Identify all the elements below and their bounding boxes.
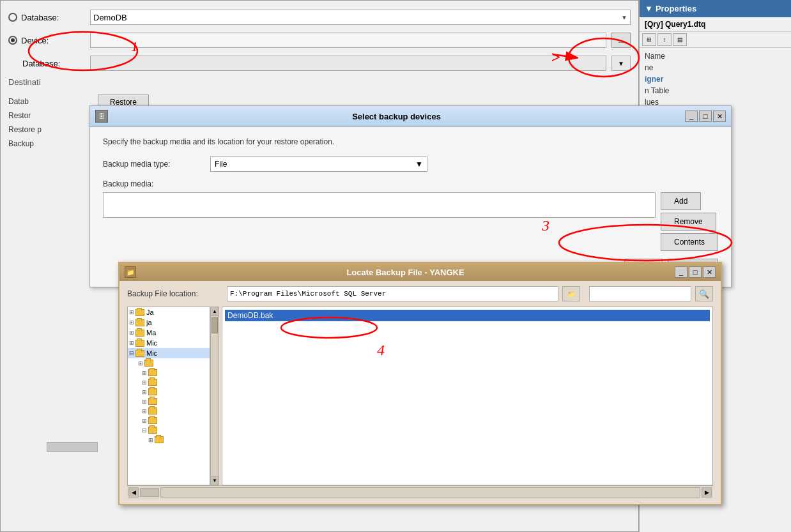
folder-icon-m: [148, 369, 157, 376]
database-label2-spacer: Database:: [8, 59, 85, 68]
tree-item-sub4[interactable]: ⊞: [128, 406, 210, 416]
dialog-icon: 🗄: [95, 110, 108, 123]
destination-label: Destinati: [1, 75, 638, 89]
device-radio-label: Device:: [8, 36, 85, 45]
tree-item-1[interactable]: ⊞: [128, 358, 210, 368]
folder-icon-sub5: [148, 417, 157, 424]
device-label: Device:: [21, 36, 49, 45]
tree-item-sub6[interactable]: ⊟: [128, 425, 210, 435]
database-label2: Database:: [8, 59, 60, 68]
browse-button[interactable]: ...: [611, 33, 631, 48]
left-panel: Datab Restor Restore p Backup: [1, 92, 90, 153]
database-radio[interactable]: [8, 13, 17, 22]
search-input[interactable]: [589, 286, 691, 301]
properties-toolbar: ⊞ ↕ ▤: [640, 32, 791, 48]
device-text-input[interactable]: [90, 33, 606, 48]
restor-item[interactable]: Restor: [3, 109, 88, 123]
tree-item-leaf[interactable]: ⊞: [128, 435, 210, 445]
file-item-demodb[interactable]: DemoDB.bak: [225, 310, 710, 321]
path-label: Backup File location:: [127, 289, 223, 298]
folder-icon-sub3: [148, 398, 157, 405]
tree-scrollbar[interactable]: ▲ ▼: [210, 307, 219, 485]
folder-icon-sub1: [148, 379, 157, 386]
dialog-backup-titlebar: 🗄 Select backup devices _ □ ✕: [90, 106, 731, 127]
database-dropdown[interactable]: DemoDB ▼: [90, 10, 631, 25]
close-button[interactable]: ✕: [713, 110, 726, 122]
tree-item-sub3[interactable]: ⊞: [128, 397, 210, 406]
restore-p-item[interactable]: Restore p: [3, 123, 88, 137]
folder-icon-mic: [135, 340, 144, 347]
sort-button[interactable]: ↕: [657, 33, 672, 46]
h-scroll-thumb[interactable]: [140, 488, 159, 497]
media-type-dropdown[interactable]: File ▼: [210, 156, 427, 172]
tree-item-mic[interactable]: ⊞ Mic: [128, 338, 210, 348]
folder-icon-sub4: [148, 407, 157, 414]
tree-item-ja[interactable]: ⊞ Ja: [128, 307, 210, 317]
add-button[interactable]: Add: [661, 192, 701, 210]
properties-item-title: [Qry] Query1.dtq: [640, 17, 791, 32]
tree-panel[interactable]: ⊞ Ja ⊞ ja ⊞ Ma ⊞: [127, 307, 210, 485]
locate-close[interactable]: ✕: [703, 266, 716, 278]
dialog-description: Specify the backup media and its locatio…: [103, 137, 718, 146]
locate-icon: 📁: [125, 266, 136, 278]
backup-item[interactable]: Backup: [3, 137, 88, 151]
maximize-button[interactable]: □: [699, 110, 712, 122]
database-chevron[interactable]: ▼: [611, 56, 631, 71]
media-list[interactable]: [103, 192, 656, 218]
folder-icon-1: [144, 360, 153, 367]
tree-item-sub1[interactable]: ⊞: [128, 377, 210, 387]
device-radio[interactable]: [8, 36, 17, 45]
bottom-scrollbar: ◀ ▶: [127, 485, 713, 499]
locate-maximize[interactable]: □: [689, 266, 702, 278]
minimize-button[interactable]: _: [685, 110, 698, 122]
horizontal-scrollbar[interactable]: [39, 439, 105, 455]
folder-icon-sub6: [148, 427, 157, 434]
folder-icon-ja: [135, 309, 144, 316]
prop-name[interactable]: Name: [640, 50, 791, 62]
scroll-thumb[interactable]: [211, 317, 218, 333]
datab-item[interactable]: Datab: [3, 95, 88, 109]
media-buttons: Add Remove Contents: [661, 192, 718, 251]
media-row: Add Remove Contents: [103, 192, 718, 251]
scroll-down-btn[interactable]: ▼: [211, 476, 219, 485]
contents-button[interactable]: Contents: [661, 233, 718, 251]
dropdown-arrow: ▼: [415, 160, 423, 169]
tree-item-mic2[interactable]: ⊟ Mic: [128, 348, 210, 358]
tree-item-sub2[interactable]: ⊞: [128, 387, 210, 397]
backup-media-label: Backup media:: [103, 179, 718, 188]
h-scroll-track[interactable]: [160, 487, 700, 498]
grid-button[interactable]: ⊞: [642, 33, 656, 46]
search-button[interactable]: 🔍: [695, 286, 713, 301]
properties-title: Properties: [656, 4, 696, 13]
path-input[interactable]: [227, 286, 558, 301]
prop-table[interactable]: n Table: [640, 85, 791, 96]
tree-item-m[interactable]: ⊞: [128, 368, 210, 377]
locate-win-controls: _ □ ✕: [675, 266, 716, 278]
scroll-left-btn[interactable]: ◀: [128, 487, 139, 498]
file-list-panel[interactable]: DemoDB.bak: [222, 307, 713, 485]
prop-igner[interactable]: igner: [640, 73, 791, 85]
folder-icon-mic2: [135, 350, 144, 357]
media-type-label: Backup media type:: [103, 160, 205, 169]
locate-minimize[interactable]: _: [675, 266, 687, 278]
scroll-track: [211, 335, 219, 476]
scroll-up-btn[interactable]: ▲: [211, 307, 219, 316]
path-browse-btn[interactable]: 📁: [562, 286, 580, 301]
prop-ne[interactable]: ne: [640, 62, 791, 73]
path-row: Backup File location: 📁 🔍: [127, 286, 713, 301]
select-backup-dialog: 🗄 Select backup devices _ □ ✕ Specify th…: [89, 105, 732, 287]
folder-icon-ja2: [135, 319, 144, 326]
locate-content: ⊞ Ja ⊞ ja ⊞ Ma ⊞: [127, 307, 713, 485]
database-text-input[interactable]: [90, 56, 606, 71]
database-label: Database:: [21, 13, 59, 22]
filter-button[interactable]: ▤: [673, 33, 687, 46]
locate-backup-dialog: 📁 Locate Backup File - YANGKE _ □ ✕ Back…: [118, 262, 722, 505]
tree-item-ja2[interactable]: ⊞ ja: [128, 317, 210, 328]
remove-button[interactable]: Remove: [661, 213, 716, 231]
database-row2: Database: ▼: [1, 52, 638, 75]
tree-item-sub5[interactable]: ⊞: [128, 416, 210, 425]
tree-item-ma[interactable]: ⊞ Ma: [128, 328, 210, 338]
scroll-right-btn[interactable]: ▶: [702, 487, 712, 498]
expand-icon[interactable]: ▼: [645, 4, 653, 13]
database-row: Database: DemoDB ▼: [1, 6, 638, 29]
